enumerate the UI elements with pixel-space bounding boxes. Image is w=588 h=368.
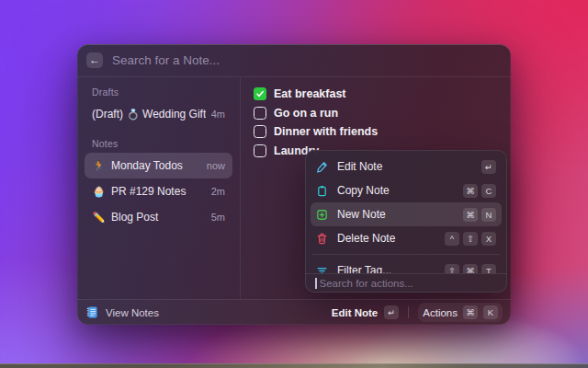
note-search-input[interactable] [112, 53, 502, 67]
cmd-keycap: ⌘ [463, 208, 478, 222]
note-title: Monday Todos [111, 159, 201, 172]
note-title: PR #129 Notes [111, 185, 206, 198]
note-timestamp: 5m [211, 212, 225, 223]
back-button[interactable]: ← [86, 52, 103, 68]
action-edit-note[interactable]: Edit Note ↵ [311, 155, 502, 178]
edit-note-button[interactable]: Edit Note [332, 307, 378, 318]
sidebar-item-pr-129-notes[interactable]: 🧁 PR #129 Notes 2m [85, 178, 232, 204]
actions-search-input[interactable]: Search for actions... [305, 273, 507, 293]
cmd-keycap: ⌘ [463, 305, 478, 319]
shortcut-keys: ⇧ ⌘ T [445, 264, 496, 274]
c-keycap: C [481, 184, 496, 198]
cmd-keycap: ⌘ [463, 264, 478, 274]
back-arrow-icon: ← [89, 53, 100, 66]
text-cursor [315, 278, 317, 289]
k-keycap: K [483, 305, 498, 319]
note-timestamp: 2m [211, 186, 225, 197]
section-label-notes: Notes [92, 138, 225, 149]
checkbox-checked[interactable] [254, 87, 266, 100]
x-keycap: X [481, 232, 496, 246]
draft-prefix: (Draft) [92, 108, 123, 121]
todo-label: Eat breakfast [274, 87, 346, 100]
note-title: (Draft)💍 Wedding Gift Ideas [92, 108, 206, 121]
sidebar-item-monday-todos[interactable]: 🏃 Monday Todos now [85, 153, 232, 178]
ring-emoji-icon: 💍 [127, 109, 140, 120]
plus-square-icon [316, 208, 329, 221]
note-title: Blog Post [111, 211, 206, 224]
action-new-note[interactable]: New Note ⌘ N [311, 202, 502, 226]
cmd-keycap: ⌘ [463, 184, 478, 198]
desktop: ← Drafts (Draft)💍 Wedding Gift Ideas 4m … [0, 0, 588, 368]
t-keycap: T [481, 264, 496, 274]
checkbox-unchecked[interactable] [254, 144, 266, 157]
note-timestamp: 4m [211, 109, 225, 120]
shortcut-keys: ⌘ N [463, 208, 496, 222]
sidebar-item-blog-post[interactable]: ✏️ Blog Post 5m [85, 204, 232, 230]
todo-row: Go on a run [254, 104, 511, 123]
checkbox-unchecked[interactable] [254, 107, 266, 120]
sidebar-item-wedding-gift-ideas[interactable]: (Draft)💍 Wedding Gift Ideas 4m [85, 101, 232, 127]
return-keycap: ↵ [384, 305, 399, 319]
todo-row: Eat breakfast [254, 85, 511, 104]
menu-separator [312, 254, 500, 255]
shortcut-keys: ↵ [481, 160, 496, 174]
todo-row: Dinner with friends [254, 122, 511, 142]
search-header: ← [77, 44, 511, 77]
status-bar-divider [408, 306, 409, 318]
section-label-drafts: Drafts [92, 86, 225, 98]
todo-label: Dinner with friends [274, 125, 378, 138]
launcher-window: ← Drafts (Draft)💍 Wedding Gift Ideas 4m … [77, 44, 511, 325]
pencil-emoji-icon: ✏️ [92, 212, 106, 224]
actions-list: Edit Note ↵ Copy Note ⌘ C [305, 150, 507, 273]
status-bar-right: Edit Note ↵ Actions ⌘ K [332, 303, 503, 322]
return-keycap: ↵ [481, 160, 496, 174]
clipboard-icon [316, 184, 329, 197]
shortcut-keys: ^ ⇧ X [445, 232, 496, 246]
status-bar-left: View Notes [85, 305, 332, 319]
checkbox-unchecked[interactable] [254, 125, 266, 138]
note-timestamp: now [207, 160, 225, 171]
actions-menu: Edit Note ↵ Copy Note ⌘ C [305, 150, 507, 293]
notebook-icon [85, 305, 99, 319]
n-keycap: N [481, 208, 496, 222]
pencil-icon [316, 160, 329, 173]
todo-label: Go on a run [274, 107, 338, 120]
runner-emoji-icon: 🏃 [92, 160, 106, 172]
actions-search-placeholder: Search for actions... [320, 278, 413, 289]
notes-sidebar: Drafts (Draft)💍 Wedding Gift Ideas 4m No… [77, 77, 241, 299]
action-delete-note[interactable]: Delete Note ^ ⇧ X [311, 226, 502, 250]
action-filter-tag[interactable]: Filter Tag... ⇧ ⌘ T [311, 259, 502, 273]
view-notes-label: View Notes [106, 307, 159, 318]
ctrl-keycap: ^ [445, 232, 459, 246]
trash-icon [316, 232, 329, 245]
wallpaper-horizon [0, 363, 588, 368]
action-copy-note[interactable]: Copy Note ⌘ C [311, 178, 502, 202]
shortcut-keys: ⌘ C [463, 184, 496, 198]
actions-button[interactable]: Actions ⌘ K [418, 303, 503, 322]
status-bar: View Notes Edit Note ↵ Actions ⌘ K [77, 299, 511, 325]
shift-keycap: ⇧ [463, 232, 478, 246]
shift-keycap: ⇧ [445, 264, 459, 274]
check-icon [255, 89, 265, 98]
cupcake-emoji-icon: 🧁 [92, 186, 106, 198]
filter-icon [316, 264, 329, 273]
